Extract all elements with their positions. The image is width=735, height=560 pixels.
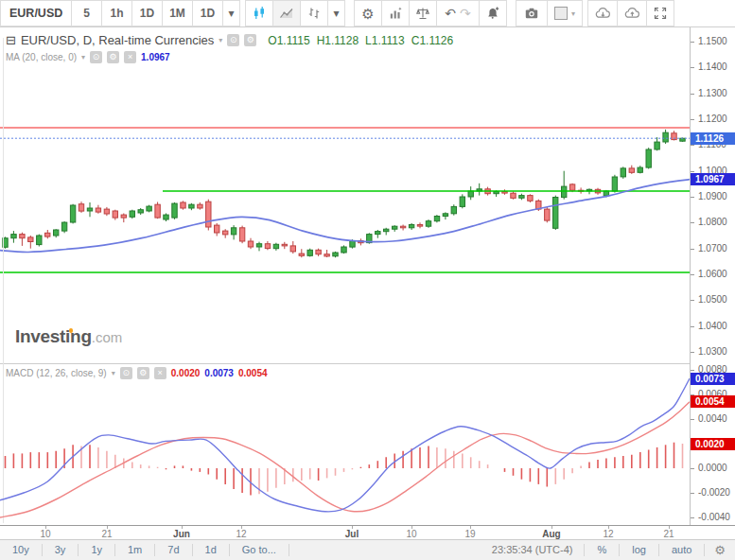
timeframe-1h[interactable]: 1h <box>101 0 132 26</box>
style-dropdown[interactable]: ▾ <box>327 0 345 26</box>
low-value: L1.1113 <box>365 34 405 47</box>
eye-icon[interactable]: ⊙ <box>227 34 239 46</box>
bell-plus-icon <box>485 6 500 21</box>
eye-icon[interactable]: ⊙ <box>90 51 102 63</box>
investing-watermark: Investing.com <box>15 326 122 347</box>
cloud-download-icon <box>595 6 611 21</box>
cloud-upload-icon <box>624 6 640 21</box>
symbol-button[interactable]: EUR/USD <box>0 0 72 26</box>
layout-button[interactable]: ▾ <box>547 0 583 26</box>
redo-icon[interactable]: ↷ <box>460 7 471 20</box>
candlestick-style-button[interactable] <box>245 0 273 26</box>
undo-icon[interactable]: ↶ <box>445 7 456 20</box>
timeframe-1d[interactable]: 1D <box>192 0 223 26</box>
macd-value-label: 0.0073 <box>691 373 735 385</box>
axis-tick-label: 1.0500 <box>698 295 727 305</box>
axis-tick <box>691 145 694 146</box>
axis-tick-label: 0.0040 <box>698 414 727 424</box>
axis-tick-label: 1.1400 <box>698 62 727 72</box>
range-goto[interactable]: Go to... <box>230 544 289 556</box>
clock: 23:35:34 (UTC-4) <box>481 544 586 556</box>
range-1y[interactable]: 1y <box>79 544 115 556</box>
gear-icon[interactable]: ⚙ <box>244 34 256 46</box>
price-axis[interactable]: 1.15001.14001.13001.12001.11001.10001.09… <box>690 27 735 525</box>
indicators-icon <box>388 6 403 21</box>
macd-dropdown-caret[interactable]: ▾ <box>112 369 115 377</box>
top-toolbar: EUR/USD 51h1D1M1D ▾ ▾ ⚙ ↶ ↷ <box>0 0 735 27</box>
bottom-toolbar-right: 23:35:34 (UTC-4) %logauto ⚙ <box>481 540 735 560</box>
gear-icon[interactable]: ⚙ <box>107 51 119 63</box>
collapse-icon[interactable]: ⊟ <box>6 33 16 47</box>
axis-tick <box>691 419 694 420</box>
ma-price-label: 1.0967 <box>691 173 735 185</box>
close-icon[interactable]: × <box>154 367 166 379</box>
chart-legend: ⊟ EUR/USD, D, Real-time Currencies ▾ ⊙ ⚙… <box>6 33 453 47</box>
axis-settings-gear-icon[interactable]: ⚙ <box>705 543 735 557</box>
timeframe-1d-active[interactable]: 1D <box>131 0 163 26</box>
axis-tick <box>691 326 694 327</box>
ma-value: 1.0967 <box>141 52 170 62</box>
mode-log[interactable]: log <box>620 544 659 556</box>
layout-dropdown-caret[interactable]: ▾ <box>571 9 575 18</box>
axis-tick-label: 1.1200 <box>698 114 727 124</box>
range-10y[interactable]: 10y <box>0 544 43 556</box>
last-price-label: 1.1126 <box>691 132 735 145</box>
fullscreen-icon <box>653 6 668 21</box>
axis-tick <box>691 274 694 275</box>
compare-button[interactable] <box>409 0 437 26</box>
alert-button[interactable] <box>479 0 507 26</box>
fullscreen-button[interactable] <box>646 0 674 26</box>
macd-pane[interactable]: MACD (12, 26, close, 9) ▾ ⊙ ⚙ × 0.0020 0… <box>0 364 690 525</box>
bars-style-button[interactable] <box>300 0 328 26</box>
save-chart-button[interactable] <box>617 0 647 26</box>
axis-tick-label: 1.0700 <box>698 244 727 254</box>
axis-tick-label: 1.1300 <box>698 89 727 98</box>
time-label: 21 <box>101 529 112 539</box>
axis-tick-label: 1.0800 <box>698 218 727 227</box>
eye-icon[interactable]: ⊙ <box>120 367 132 379</box>
time-label: 10 <box>406 529 416 539</box>
axis-tick-label: 1.0900 <box>698 192 727 201</box>
macd-signal-value: 0.0054 <box>238 368 268 378</box>
undo-redo-group: ↶ ↷ <box>436 0 480 26</box>
snapshot-button[interactable] <box>516 0 548 26</box>
candlestick-icon <box>252 6 267 21</box>
area-style-button[interactable] <box>272 0 301 26</box>
time-axis[interactable]: 1021Jun12Jul1019Aug1221 <box>0 525 735 539</box>
range-1m[interactable]: 1m <box>115 544 155 556</box>
axis-tick <box>691 468 694 469</box>
range-1d[interactable]: 1d <box>193 544 230 556</box>
mode-[interactable]: % <box>585 544 620 556</box>
axis-tick <box>691 493 694 494</box>
gear-icon[interactable]: ⚙ <box>137 367 149 379</box>
timeframe-5[interactable]: 5 <box>71 0 102 26</box>
scale-modes: %logauto <box>585 540 705 560</box>
axis-tick <box>691 300 694 301</box>
axis-tick <box>691 222 694 223</box>
chart-application: EUR/USD 51h1D1M1D ▾ ▾ ⚙ ↶ ↷ <box>0 0 735 560</box>
load-chart-button[interactable] <box>587 0 618 26</box>
ma-dropdown-caret[interactable]: ▾ <box>81 53 85 61</box>
layout-square-icon <box>554 7 568 20</box>
range-7d[interactable]: 7d <box>155 544 192 556</box>
time-label: 21 <box>663 529 674 539</box>
price-chart-pane[interactable]: ⊟ EUR/USD, D, Real-time Currencies ▾ ⊙ ⚙… <box>0 27 690 364</box>
time-label: 12 <box>603 529 613 539</box>
time-label: Jun <box>173 529 190 539</box>
macd-value-label: 0.0020 <box>691 438 735 450</box>
title-dropdown-caret[interactable]: ▾ <box>219 36 222 44</box>
axis-tick <box>691 370 694 371</box>
axis-tick <box>691 249 694 250</box>
settings-button[interactable]: ⚙ <box>354 0 382 26</box>
axis-tick-label: -0.0040 <box>698 513 730 522</box>
ma-label: MA (20, close, 0) <box>6 52 77 62</box>
range-buttons: 10y3y1y1m7d1dGo to... <box>0 540 289 560</box>
timeframe-dropdown[interactable]: ▾ <box>222 0 240 26</box>
axis-tick-label: 1.0600 <box>698 270 727 279</box>
brand-logo-suffix: .com <box>92 329 123 345</box>
timeframe-1m[interactable]: 1M <box>162 0 193 26</box>
mode-auto[interactable]: auto <box>659 544 705 556</box>
close-icon[interactable]: × <box>124 51 136 63</box>
indicators-button[interactable] <box>381 0 410 26</box>
range-3y[interactable]: 3y <box>43 544 79 556</box>
